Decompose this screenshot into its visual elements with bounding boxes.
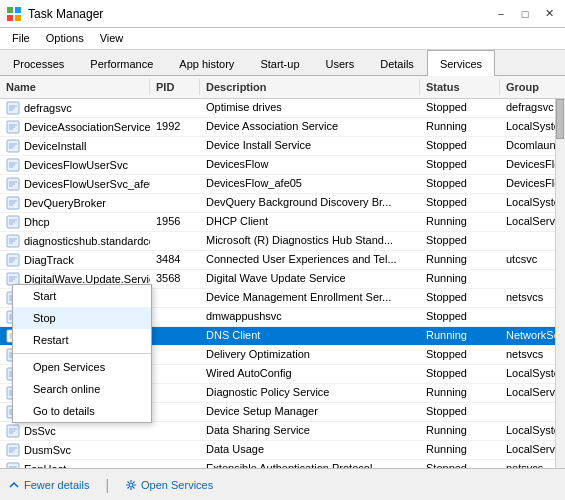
tab-details[interactable]: Details (367, 50, 427, 76)
service-status-cell: Stopped (420, 156, 500, 174)
service-status-cell: Stopped (420, 289, 500, 307)
service-status-cell: Stopped (420, 460, 500, 468)
table-row[interactable]: DsSvc Data Sharing Service Running Local… (0, 422, 565, 441)
service-name-cell: DsSvc (0, 422, 150, 440)
service-status-cell: Running (420, 118, 500, 136)
service-description-cell: Device Install Service (200, 137, 420, 155)
service-name-cell: EapHost (0, 460, 150, 468)
service-status-cell: Running (420, 422, 500, 440)
menu-options[interactable]: Options (38, 30, 92, 47)
service-description-cell: DHCP Client (200, 213, 420, 231)
col-header-status[interactable]: Status (420, 79, 500, 95)
svg-rect-1 (15, 7, 21, 13)
service-name-cell: DevicesFlowUserSvc (0, 156, 150, 174)
table-row[interactable]: DusmSvc Data Usage Running LocalServiceN… (0, 441, 565, 460)
service-status-cell: Running (420, 441, 500, 459)
tab-processes[interactable]: Processes (0, 50, 77, 76)
service-pid-cell: 3484 (150, 251, 200, 269)
service-pid-cell: 1956 (150, 213, 200, 231)
service-pid-cell (150, 232, 200, 250)
service-description-cell: Microsoft (R) Diagnostics Hub Stand... (200, 232, 420, 250)
col-header-description[interactable]: Description (200, 79, 420, 95)
open-services-label: Open Services (141, 479, 213, 491)
service-description-cell: Data Usage (200, 441, 420, 459)
context-menu-item-restart[interactable]: Restart (13, 329, 151, 351)
service-name-cell: DevQueryBroker (0, 194, 150, 212)
service-status-cell: Stopped (420, 365, 500, 383)
context-menu-item-start[interactable]: Start (13, 285, 151, 307)
close-button[interactable]: ✕ (539, 4, 559, 24)
scrollbar-thumb[interactable] (556, 99, 564, 139)
service-status-cell: Stopped (420, 346, 500, 364)
service-pid-cell (150, 175, 200, 193)
app-title: Task Manager (28, 7, 103, 21)
service-description-cell: Device Setup Manager (200, 403, 420, 421)
menu-view[interactable]: View (92, 30, 132, 47)
table-row[interactable]: DevicesFlowUserSvc_afe05 DevicesFlow_afe… (0, 175, 565, 194)
service-status-cell: Stopped (420, 232, 500, 250)
table-row[interactable]: DeviceAssociationService 1992 Device Ass… (0, 118, 565, 137)
service-pid-cell (150, 308, 200, 326)
service-pid-cell (150, 365, 200, 383)
bottom-bar: Fewer details | Open Services (0, 468, 565, 500)
service-status-cell: Stopped (420, 175, 500, 193)
service-status-cell: Stopped (420, 403, 500, 421)
service-pid-cell (150, 422, 200, 440)
title-bar: Task Manager − □ ✕ (0, 0, 565, 28)
context-menu-item-go-to-details[interactable]: Go to details (13, 400, 151, 422)
gear-icon (125, 479, 137, 491)
context-menu-item-open-services[interactable]: Open Services (13, 356, 151, 378)
service-pid-cell (150, 403, 200, 421)
service-status-cell: Stopped (420, 194, 500, 212)
service-description-cell: Diagnostic Policy Service (200, 384, 420, 402)
tabs-bar: Processes Performance App history Start-… (0, 50, 565, 76)
service-description-cell: DNS Client (200, 327, 420, 345)
menu-file[interactable]: File (4, 30, 38, 47)
table-row[interactable]: DeviceInstall Device Install Service Sto… (0, 137, 565, 156)
table-row[interactable]: defragsvc Optimise drives Stopped defrag… (0, 99, 565, 118)
service-status-cell: Running (420, 251, 500, 269)
context-menu-item-search-online[interactable]: Search online (13, 378, 151, 400)
service-description-cell: Wired AutoConfig (200, 365, 420, 383)
open-services-link[interactable]: Open Services (125, 479, 213, 491)
scrollbar-track[interactable] (555, 99, 565, 468)
service-name-cell: DevicesFlowUserSvc_afe05 (0, 175, 150, 193)
context-menu-separator (13, 353, 151, 354)
maximize-button[interactable]: □ (515, 4, 535, 24)
tab-services[interactable]: Services (427, 50, 495, 76)
table-header-row: Name PID Description Status Group (0, 76, 565, 99)
table-row[interactable]: DevQueryBroker DevQuery Background Disco… (0, 194, 565, 213)
minimize-button[interactable]: − (491, 4, 511, 24)
service-status-cell: Stopped (420, 137, 500, 155)
table-row[interactable]: DiagTrack 3484 Connected User Experience… (0, 251, 565, 270)
service-pid-cell (150, 441, 200, 459)
table-row[interactable]: DevicesFlowUserSvc DevicesFlow Stopped D… (0, 156, 565, 175)
tab-app-history[interactable]: App history (166, 50, 247, 76)
service-description-cell: dmwappushsvc (200, 308, 420, 326)
tab-performance[interactable]: Performance (77, 50, 166, 76)
context-menu-item-stop[interactable]: Stop (13, 307, 151, 329)
table-row[interactable]: EapHost Extensible Authentication Protoc… (0, 460, 565, 468)
service-name-cell: defragsvc (0, 99, 150, 117)
bottom-separator: | (105, 477, 109, 493)
table-row[interactable]: diagnosticshub.standardco... Microsoft (… (0, 232, 565, 251)
col-header-name[interactable]: Name (0, 79, 150, 95)
service-description-cell: Digital Wave Update Service (200, 270, 420, 288)
service-description-cell: Device Association Service (200, 118, 420, 136)
tab-startup[interactable]: Start-up (247, 50, 312, 76)
col-header-pid[interactable]: PID (150, 79, 200, 95)
table-row[interactable]: Dhcp 1956 DHCP Client Running LocalServi… (0, 213, 565, 232)
svg-point-27 (129, 483, 133, 487)
service-pid-cell (150, 346, 200, 364)
service-description-cell: DevicesFlow_afe05 (200, 175, 420, 193)
chevron-up-icon (8, 479, 20, 491)
service-name-cell: DeviceInstall (0, 137, 150, 155)
table-body: defragsvc Optimise drives Stopped defrag… (0, 99, 565, 468)
col-header-group[interactable]: Group (500, 79, 565, 95)
fewer-details-link[interactable]: Fewer details (8, 479, 89, 491)
service-pid-cell (150, 460, 200, 468)
tab-users[interactable]: Users (313, 50, 368, 76)
service-description-cell: Data Sharing Service (200, 422, 420, 440)
service-status-cell: Running (420, 213, 500, 231)
service-pid-cell (150, 137, 200, 155)
